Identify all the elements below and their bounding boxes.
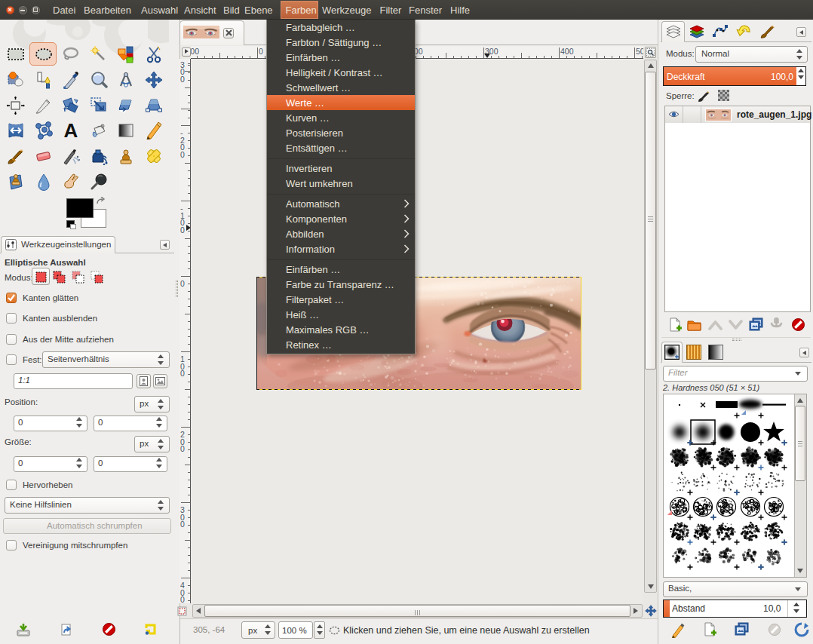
svg-text:A: A — [64, 121, 78, 140]
